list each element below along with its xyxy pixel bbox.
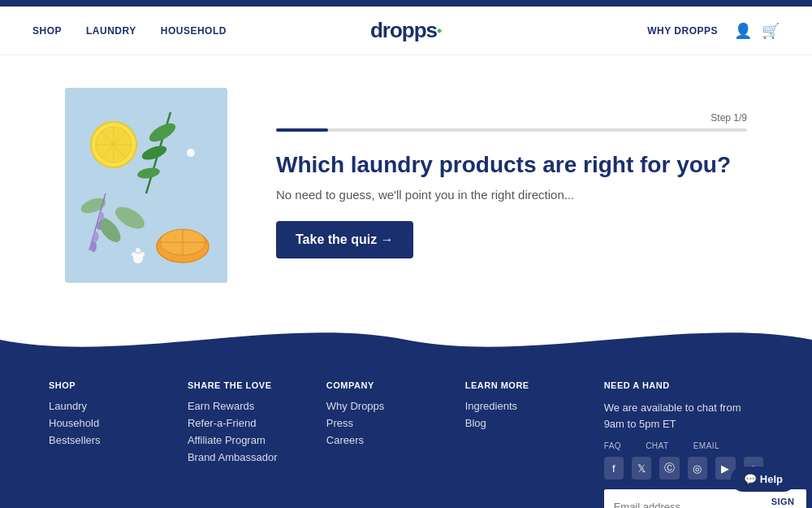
- nav-laundry[interactable]: LAUNDRY: [86, 25, 136, 37]
- product-illustration: [65, 88, 227, 283]
- nav-left: SHOP LAUNDRY HOUSEHOLD: [32, 25, 227, 37]
- header: SHOP LAUNDRY HOUSEHOLD dropps◆ WHY DROPP…: [0, 7, 812, 55]
- svg-point-27: [99, 212, 104, 220]
- footer-col-company: COMPANY Why Dropps Press Careers: [326, 380, 433, 508]
- footer-col-learn-title: LEARN MORE: [465, 380, 572, 390]
- wave-divider: [0, 315, 812, 364]
- product-image: [65, 88, 227, 283]
- footer-wrapper: SHOP Laundry Household Bestsellers SHARE…: [0, 315, 812, 508]
- email-signup-row: SIGN UP: [604, 489, 763, 508]
- cart-icon[interactable]: 🛒: [762, 22, 780, 40]
- top-bar: [0, 0, 812, 7]
- email-label: EMAIL: [693, 441, 720, 450]
- twitter-icon[interactable]: 𝕏: [632, 457, 651, 480]
- account-icon[interactable]: 👤: [734, 22, 752, 40]
- footer-link-bestsellers[interactable]: Bestsellers: [49, 434, 155, 446]
- step-label: Step 1/9: [276, 112, 747, 124]
- footer-contact-text: We are available to chat from 9am to 5pm…: [604, 400, 763, 432]
- footer-col-shop: SHOP Laundry Household Bestsellers: [49, 380, 155, 508]
- footer-col-share: SHARE THE LOVE Earn Rewards Refer-a-Frie…: [188, 380, 294, 508]
- logo[interactable]: dropps◆: [370, 18, 442, 43]
- footer-link-household[interactable]: Household: [49, 417, 155, 429]
- svg-point-20: [140, 252, 145, 257]
- footer-columns: SHOP Laundry Household Bestsellers SHARE…: [49, 380, 763, 508]
- progress-bar: [276, 128, 747, 132]
- svg-point-21: [136, 248, 140, 253]
- quiz-section: Step 1/9 Which laundry products are righ…: [276, 112, 747, 259]
- nav-right: WHY DROPPS 👤 🛒: [647, 22, 780, 40]
- take-quiz-button[interactable]: Take the quiz →: [276, 221, 413, 258]
- facebook-icon[interactable]: f: [604, 457, 624, 480]
- quiz-subtitle: No need to guess, we'll point you in the…: [276, 188, 747, 202]
- footer-link-earn-rewards[interactable]: Earn Rewards: [188, 400, 294, 412]
- svg-point-22: [187, 149, 195, 157]
- svg-point-25: [93, 232, 99, 241]
- chat-label: CHAT: [646, 441, 668, 450]
- nav-why-dropps[interactable]: WHY DROPPS: [647, 25, 718, 37]
- footer-link-careers[interactable]: Careers: [326, 434, 433, 446]
- signup-button[interactable]: SIGN UP: [760, 489, 806, 508]
- footer-col-contact-title: NEED A HAND: [604, 380, 763, 390]
- footer: SHOP Laundry Household Bestsellers SHARE…: [0, 364, 812, 508]
- footer-col-shop-title: SHOP: [49, 380, 155, 390]
- footer-link-press[interactable]: Press: [326, 417, 433, 429]
- main-content: Step 1/9 Which laundry products are righ…: [0, 55, 812, 315]
- instagram-icon[interactable]: ◎: [688, 457, 707, 480]
- pinterest-icon[interactable]: Ⓒ: [659, 457, 679, 480]
- svg-point-24: [90, 241, 97, 252]
- footer-link-refer[interactable]: Refer-a-Friend: [188, 417, 294, 429]
- footer-col-learn: LEARN MORE Ingredients Blog: [465, 380, 572, 508]
- nav-shop[interactable]: SHOP: [32, 25, 62, 37]
- help-button[interactable]: 💬 Help: [731, 467, 796, 492]
- footer-link-ingredients[interactable]: Ingredients: [465, 400, 572, 412]
- svg-point-26: [97, 222, 102, 230]
- nav-household[interactable]: HOUSEHOLD: [161, 25, 227, 37]
- progress-bar-fill: [276, 128, 328, 132]
- footer-link-affiliate[interactable]: Affiliate Program: [188, 434, 294, 446]
- faq-label: FAQ: [604, 441, 622, 450]
- footer-link-brand-ambassador[interactable]: Brand Ambassador: [188, 451, 294, 463]
- footer-link-laundry[interactable]: Laundry: [49, 400, 155, 412]
- footer-link-why-dropps[interactable]: Why Dropps: [326, 400, 433, 412]
- quiz-title: Which laundry products are right for you…: [276, 151, 747, 179]
- email-input[interactable]: [604, 489, 760, 508]
- svg-point-19: [132, 252, 136, 257]
- nav-icons: 👤 🛒: [734, 22, 780, 40]
- footer-col-company-title: COMPANY: [326, 380, 433, 390]
- footer-link-blog[interactable]: Blog: [465, 417, 572, 429]
- footer-col-share-title: SHARE THE LOVE: [188, 380, 294, 390]
